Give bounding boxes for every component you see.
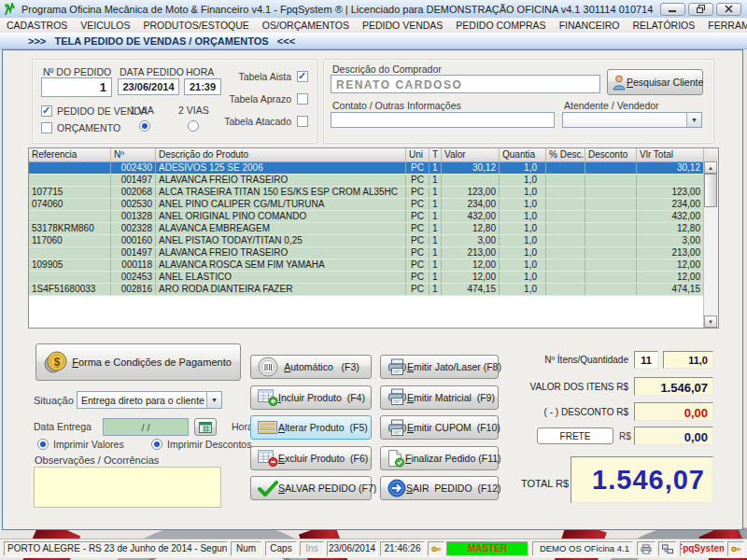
status-demo-text: DEMO OS OFicina 4.1	[540, 542, 629, 555]
table-row[interactable]: 117060000160ANEL PISTAO TODAY/TITAN 0,25…	[29, 235, 718, 247]
emitir-jato-laser-button[interactable]: Emitir Jato/Laser (F8)	[380, 355, 499, 379]
order-date-field[interactable]: 23/06/2014	[118, 78, 179, 95]
calendar-icon	[199, 422, 212, 433]
tabela-option-1[interactable]: Tabela Aprazo	[215, 92, 308, 105]
tabela-option-2[interactable]: Tabela Atacado	[215, 115, 308, 127]
grid-cell: 1S4F51680033	[29, 284, 111, 295]
frete-button[interactable]: FRETE	[537, 427, 613, 444]
order-number-label: Nº DO PEDIDO	[43, 66, 111, 77]
menu-item-financeiro[interactable]: FINANCEIRO	[553, 18, 627, 33]
menu-item-pedido-vendas[interactable]: PEDIDO VENDAS	[356, 18, 449, 33]
table-row[interactable]: 001497ALAVANCA FREIO TRASEIROPC11,0	[29, 175, 718, 187]
table-row[interactable]: 53178KRM860002328ALAVANCA EMBREAGEMPC112…	[29, 223, 718, 235]
data-entrega-field[interactable]: / /	[103, 418, 189, 436]
menu-item-produtos-estoque[interactable]: PRODUTOS/ESTOQUE	[136, 18, 255, 33]
column-header[interactable]: Quantia	[500, 148, 546, 161]
menu-item-ferramentas[interactable]: FERRAMENTAS	[701, 18, 747, 33]
table-row[interactable]: 1S4F51680033002816ARO RODA DIANTEIRA FAZ…	[29, 284, 718, 296]
grid-cell: PC	[406, 235, 430, 246]
observacoes-textarea[interactable]	[34, 467, 221, 508]
imprimir-descontos-radio[interactable]	[151, 439, 162, 450]
pesquisar-cliente-button[interactable]: Pesquisar Cliente	[607, 69, 703, 95]
grid-cell: 002068	[111, 187, 156, 198]
order-number-field[interactable]: 1	[41, 77, 112, 97]
imprimir-valores-radio[interactable]	[37, 439, 49, 450]
table-row[interactable]: 001497ALAVANCA FREIO TRASEIROPC1213,001,…	[29, 247, 718, 259]
atendente-dropdown[interactable]: ▼	[562, 112, 702, 128]
table-row[interactable]: 107715002068ALCA TRASEIRA TITAN 150 ES/K…	[29, 187, 718, 199]
minimize-button[interactable]	[660, 3, 685, 16]
via1-radio[interactable]	[139, 120, 150, 132]
grid-cell	[29, 175, 111, 186]
tabela-option-checkbox[interactable]	[297, 71, 308, 82]
grid-cell: 001497	[111, 175, 156, 186]
tabela-option-0[interactable]: Tabela Aista	[215, 70, 308, 82]
button-label: Excluir Produto (F6)	[278, 453, 374, 464]
menu-item-os-or-amentos[interactable]: OS/ORÇAMENTOS	[256, 18, 356, 33]
grid-cell: 107715	[29, 187, 111, 198]
column-header[interactable]: % Desc.	[546, 148, 585, 161]
grid-cell: PC	[406, 223, 430, 234]
frete-box: 0,00	[634, 427, 713, 445]
desconto-box: 0,00	[634, 402, 713, 421]
incluir-produto-button[interactable]: Incluir Produto (F4)	[250, 385, 372, 410]
grid-cell: 1,0	[500, 284, 546, 295]
tabela-option-checkbox[interactable]	[297, 116, 308, 127]
grid-cell	[585, 235, 637, 246]
table-row[interactable]: 074060002530ANEL PINO CALIPER CG/ML/TURU…	[29, 199, 718, 211]
column-header[interactable]: Desconto	[585, 148, 637, 161]
menu-item-cadastros[interactable]: CADASTROS	[0, 18, 74, 33]
situacao-dropdown[interactable]: Entrega direto para o cliente ▼	[77, 391, 222, 409]
menu-item-pedido-compras[interactable]: PEDIDO COMPRAS	[449, 18, 552, 33]
table-row[interactable]: 002430ADESIVOS 125 SE 2006PC130,121,030,…	[29, 162, 718, 175]
menu-item-relat-rios[interactable]: RELATÓRIOS	[626, 18, 701, 33]
column-header[interactable]: Vlr Total	[637, 148, 704, 161]
grid-cell: 1,0	[500, 247, 546, 259]
grid-cell: PC	[406, 175, 430, 186]
column-header[interactable]: Valor	[442, 148, 500, 161]
emitir-cupom-button[interactable]: Emitir CUPOM (F10)	[380, 415, 499, 440]
orcamento-checkbox[interactable]: ORÇAMENTO	[41, 122, 120, 133]
tabela-options: Tabela AistaTabela AprazoTabela Atacado	[215, 70, 308, 137]
table-scrollbar[interactable]: ▲ ▼	[703, 161, 718, 328]
column-header[interactable]: T	[430, 148, 442, 161]
scroll-down-icon[interactable]: ▼	[704, 315, 717, 328]
total-label: TOTAL R$	[521, 478, 569, 489]
restore-button[interactable]	[688, 3, 713, 16]
calendar-button[interactable]	[194, 418, 217, 436]
autom-tico-button[interactable]: Automático (F3)	[250, 355, 372, 379]
grid-cell: 1	[430, 284, 442, 295]
table-row[interactable]: 002453ANEL ELASTICOPC112,001,012,00	[29, 272, 718, 284]
buyer-description-field[interactable]: RENATO CARDOSO	[331, 75, 600, 93]
column-header[interactable]: Uni	[406, 148, 430, 161]
orcamento-checkbox-box[interactable]	[41, 122, 52, 133]
scroll-up-icon[interactable]: ▲	[704, 161, 717, 174]
close-button[interactable]	[716, 3, 741, 16]
column-header[interactable]: Referencia	[29, 148, 111, 161]
table-row[interactable]: 001328ANEL ORIGINAL PINO COMANDOPC1432,0…	[29, 211, 718, 223]
via2-label: 2 VIAS	[178, 105, 209, 116]
grid-cell	[637, 175, 704, 186]
status-date: 23/06/2014	[327, 541, 377, 556]
tabela-option-checkbox[interactable]	[297, 93, 308, 105]
check-icon	[258, 481, 278, 497]
scrollbar-thumb[interactable]	[704, 174, 717, 207]
excluir-produto-button[interactable]: Excluir Produto (F6)	[250, 446, 372, 470]
column-header[interactable]: Descrição do Produto	[156, 148, 406, 161]
grid-cell: 12,80	[442, 223, 500, 234]
grid-cell: PC	[406, 247, 430, 259]
forma-pagamento-button[interactable]: $ Forma e Condições de Pagamento	[35, 343, 241, 381]
frete-currency-label: R$	[619, 431, 631, 441]
pedido-de-venda-checkbox-box[interactable]	[41, 105, 52, 117]
menu-item-veiculos[interactable]: VEICULOS	[74, 18, 136, 33]
contact-field[interactable]	[331, 112, 555, 128]
alterar-produto-button[interactable]: Alterar Produto (F5)	[250, 415, 372, 440]
tabela-option-label: Tabela Aista	[238, 71, 291, 82]
table-row[interactable]: 109905000118ALAVANCA ROSCA SEM FIM YAMAH…	[29, 259, 718, 272]
sair-pedido-button[interactable]: SAIR PEDIDO (F12)	[380, 476, 499, 500]
emitir-matricial-button[interactable]: Emitir Matricial (F9)	[380, 385, 499, 410]
finalizar-pedido-button[interactable]: Finalizar Pedido (F11)	[380, 446, 499, 470]
via2-radio[interactable]	[188, 120, 199, 132]
salvar-pedido-button[interactable]: SALVAR PEDIDO (F7)	[250, 476, 372, 500]
column-header[interactable]: Nº	[111, 148, 156, 161]
